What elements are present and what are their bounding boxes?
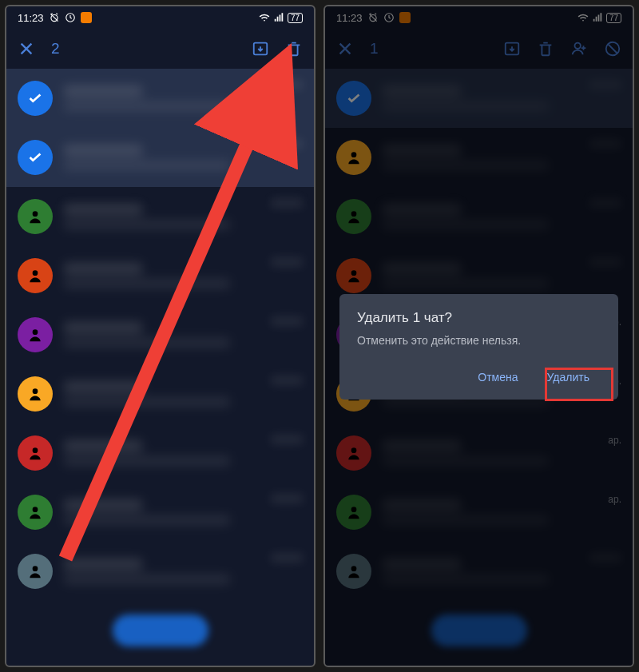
archive-icon[interactable] bbox=[252, 40, 269, 58]
chat-timestamp bbox=[271, 553, 303, 563]
signal-icon bbox=[273, 12, 284, 23]
chat-timestamp bbox=[271, 376, 303, 385]
chat-preview bbox=[64, 499, 260, 525]
phone-screen-left: 11:23 77 2 bbox=[5, 5, 316, 667]
battery-level: 77 bbox=[288, 13, 303, 23]
svg-point-8 bbox=[33, 507, 38, 512]
chat-timestamp bbox=[271, 139, 303, 149]
chat-preview bbox=[64, 559, 260, 584]
close-icon[interactable] bbox=[18, 40, 35, 58]
chat-timestamp bbox=[271, 257, 303, 267]
chat-item[interactable] bbox=[6, 69, 314, 128]
chat-item[interactable] bbox=[6, 483, 314, 542]
chat-timestamp bbox=[271, 316, 303, 326]
chat-preview bbox=[64, 263, 260, 288]
chat-item[interactable] bbox=[6, 187, 314, 246]
svg-point-6 bbox=[33, 388, 38, 394]
selection-count: 2 bbox=[51, 40, 60, 58]
chat-preview bbox=[64, 145, 260, 170]
avatar bbox=[18, 435, 53, 471]
status-time: 11:23 bbox=[18, 12, 44, 24]
notification-badge-icon bbox=[81, 12, 92, 23]
delete-confirm-dialog: Удалить 1 чат? Отменить это действие нел… bbox=[339, 294, 618, 400]
compose-fab[interactable] bbox=[113, 614, 208, 646]
phone-screen-right: 11:23 77 1 bbox=[323, 5, 634, 667]
check-icon bbox=[18, 81, 53, 116]
chat-preview bbox=[64, 381, 260, 407]
selection-toolbar: 2 bbox=[6, 29, 314, 69]
alarm-off-icon bbox=[49, 12, 60, 23]
dialog-title: Удалить 1 чат? bbox=[357, 310, 601, 326]
chat-preview bbox=[64, 204, 260, 229]
delete-icon[interactable] bbox=[285, 40, 303, 58]
chat-item[interactable] bbox=[6, 542, 314, 601]
chat-timestamp bbox=[271, 435, 303, 444]
chat-item[interactable] bbox=[6, 364, 314, 423]
svg-point-9 bbox=[33, 566, 38, 571]
status-bar: 11:23 77 bbox=[6, 6, 314, 29]
chat-preview bbox=[64, 85, 260, 111]
chat-timestamp bbox=[271, 198, 303, 208]
wifi-icon bbox=[259, 12, 270, 23]
svg-point-7 bbox=[33, 447, 38, 453]
avatar bbox=[18, 376, 53, 412]
chat-item[interactable] bbox=[6, 423, 314, 483]
avatar bbox=[18, 554, 53, 589]
svg-point-4 bbox=[33, 270, 38, 276]
dialog-message: Отменить это действие нельзя. bbox=[357, 334, 601, 347]
chat-item[interactable] bbox=[6, 305, 314, 364]
chat-preview bbox=[64, 322, 260, 348]
avatar bbox=[18, 258, 53, 293]
chat-timestamp bbox=[271, 494, 303, 503]
chat-timestamp bbox=[271, 80, 303, 89]
avatar bbox=[18, 199, 53, 234]
svg-point-3 bbox=[33, 211, 38, 217]
check-icon bbox=[18, 140, 53, 175]
clock-icon bbox=[65, 12, 76, 23]
svg-point-5 bbox=[33, 329, 38, 335]
chat-list[interactable] bbox=[6, 69, 314, 666]
chat-item[interactable] bbox=[6, 246, 314, 305]
chat-item[interactable] bbox=[6, 128, 314, 187]
confirm-delete-button[interactable]: Удалить bbox=[536, 364, 601, 390]
avatar bbox=[18, 495, 53, 530]
avatar bbox=[18, 317, 53, 352]
chat-preview bbox=[64, 440, 260, 466]
cancel-button[interactable]: Отмена bbox=[466, 364, 529, 390]
